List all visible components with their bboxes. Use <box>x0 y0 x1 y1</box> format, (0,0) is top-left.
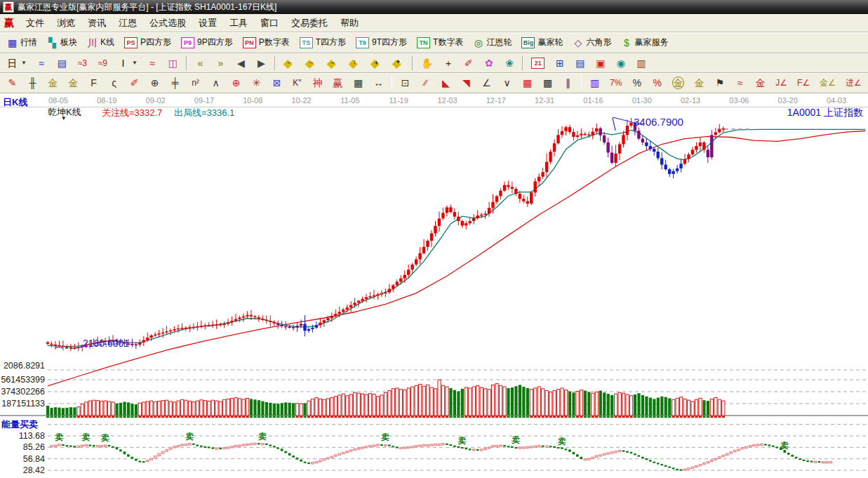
menu-gann[interactable]: 江恩 <box>112 16 143 29</box>
gann-diamond-plus[interactable]: ◆＋ <box>366 55 387 71</box>
circle-grid-tool[interactable]: ⊕ <box>145 75 164 91</box>
web-sync-button[interactable]: ◉ <box>611 55 630 71</box>
signal-strip-dash <box>384 416 387 418</box>
number-grid-tool[interactable]: ▦ <box>349 75 368 91</box>
gann-diamond-horizontal[interactable]: ◆↔ <box>323 55 343 71</box>
menu-file[interactable]: 文件 <box>20 16 51 29</box>
calendar-button[interactable]: 21 <box>527 55 549 71</box>
kline-type-dropdown[interactable]: 乾坤K线 ▼ <box>48 106 81 119</box>
candle-style-dropdown[interactable]: I▼ <box>114 55 142 71</box>
calculator-button[interactable]: ⊞ <box>550 55 569 71</box>
cycle-tool-teal[interactable]: ❀ <box>500 55 519 71</box>
gann-diamond-right[interactable]: ◆→ <box>301 55 321 71</box>
angle-line-tool[interactable]: ∠ <box>477 75 496 91</box>
drag-hand-tool[interactable]: ✋ <box>417 55 437 71</box>
gold-angle-tool[interactable]: 金∠ <box>815 75 840 91</box>
menu-help[interactable]: 帮助 <box>334 16 365 29</box>
v-line-tool[interactable]: ∨ <box>498 75 516 91</box>
dense-grid-tool[interactable]: ▦ <box>518 75 537 91</box>
signal-strip-dash <box>430 416 433 418</box>
draw-pen-tool[interactable]: ✎ <box>3 75 22 91</box>
span-arrows-tool[interactable]: ↔ <box>369 75 388 91</box>
gann-diamond-star[interactable]: ◆✦ <box>388 55 408 71</box>
hexagon-button[interactable]: ◇六角形 <box>568 34 615 51</box>
gold-levels-tool-2[interactable]: 金 <box>751 75 770 91</box>
cycle-tool-pink[interactable]: ✿ <box>479 55 498 71</box>
spiral-tool[interactable]: ς <box>105 75 123 91</box>
jin-angle-tool[interactable]: 进∠ <box>841 75 866 91</box>
overlay-curve-icon[interactable]: ≈ <box>32 55 51 71</box>
qiankun-curve-icon[interactable]: ≈ <box>143 55 162 71</box>
9t-square-button[interactable]: T99T四方形 <box>352 34 411 51</box>
gold-circle-tool[interactable]: 金 <box>668 74 688 91</box>
box-tool[interactable]: ⊡ <box>396 75 415 91</box>
fan-box-tool[interactable]: ◣ <box>436 75 455 91</box>
kline-button[interactable]: 川K线 <box>83 34 119 51</box>
sectors-button[interactable]: ▚板块 <box>43 34 81 51</box>
period-label[interactable]: 日K线 <box>3 96 27 109</box>
crosshair-tool[interactable]: ＋ <box>439 55 458 71</box>
j-angle-tool[interactable]: J∠ <box>771 75 792 91</box>
percent-tool[interactable]: % <box>627 75 646 91</box>
mirror-angle-tool[interactable]: ∧ <box>206 75 225 91</box>
k-mark-tool[interactable]: K″ <box>288 75 307 91</box>
hash-grid-tool[interactable]: ╪ <box>166 75 185 91</box>
candle-body <box>418 253 421 260</box>
menu-window[interactable]: 窗口 <box>254 16 285 29</box>
p-square-button[interactable]: PSP四方形 <box>120 34 175 51</box>
hatch-grid-tool[interactable]: ▩ <box>538 75 557 91</box>
gann-diamond-vertical[interactable]: ◆↕ <box>345 55 365 71</box>
print-button[interactable]: ▥ <box>632 55 650 71</box>
period-day-dropdown[interactable]: 日▼ <box>3 55 31 71</box>
draw-pen-tool-2[interactable]: ✐ <box>125 75 144 91</box>
save-button[interactable]: ▣ <box>591 55 610 71</box>
menu-settings[interactable]: 设置 <box>192 16 223 29</box>
shen-grid-tool[interactable]: 神 <box>308 75 327 91</box>
menu-browse[interactable]: 浏览 <box>51 16 81 29</box>
menu-formula-stockpick[interactable]: 公式选股 <box>143 16 192 29</box>
percent-line-tool[interactable]: % <box>648 75 667 91</box>
menu-tools[interactable]: 工具 <box>223 16 254 29</box>
gold-grid-tool-2[interactable]: 金 <box>64 75 83 91</box>
n-square-tool[interactable]: n² <box>186 75 205 91</box>
ma3-icon[interactable]: ≈3 <box>73 55 92 71</box>
t-number-table-button[interactable]: TNT数字表 <box>413 34 467 51</box>
menu-news[interactable]: 资讯 <box>81 16 112 29</box>
memo-button[interactable]: ▤ <box>570 55 589 71</box>
angle-measure-tool[interactable]: ✐ <box>459 55 478 71</box>
volume-style-icon[interactable]: ◫ <box>163 55 182 71</box>
prev-bar-button[interactable]: ◀ <box>232 55 251 71</box>
wave-band-tool[interactable]: ≈ <box>730 75 749 91</box>
chart-area[interactable]: 08-0508-1909-0209-1710-0810-2211-0511-19… <box>0 93 868 478</box>
kline-chart-canvas[interactable]: 08-0508-1909-0209-1710-0810-2211-0511-19… <box>0 93 868 478</box>
ma9-icon[interactable]: ≈9 <box>93 55 112 71</box>
fib-grid-tool[interactable]: F <box>84 75 103 91</box>
9p-square-button[interactable]: P99P四方形 <box>177 34 237 51</box>
price-bars-tool[interactable]: ▥ <box>585 75 604 91</box>
box-grid-tool[interactable]: ⊠ <box>267 75 286 91</box>
data-panel-icon[interactable]: ▤ <box>53 55 72 71</box>
p-number-table-button[interactable]: PNP数字表 <box>239 34 294 51</box>
target-circle-tool[interactable]: ⊕ <box>227 75 246 91</box>
parallel-lines-tool[interactable]: ∥ <box>559 75 577 91</box>
next-bar-button[interactable]: ▶ <box>252 55 271 71</box>
ray-fan-tool[interactable]: ✳ <box>247 75 266 91</box>
jump-first-button[interactable]: « <box>191 55 210 71</box>
win-grid-tool[interactable]: 赢 <box>328 75 347 91</box>
winner-wheel-button[interactable]: Big赢家轮 <box>517 34 567 51</box>
grid-tool[interactable]: ╫ <box>23 75 42 91</box>
flag-pen-tool[interactable]: ⚑ <box>710 75 729 91</box>
gann-diamond-left[interactable]: ◆← <box>279 55 300 71</box>
gold-levels-tool[interactable]: 金 <box>690 75 709 91</box>
gann-wheel-button[interactable]: ◎江恩轮 <box>469 34 516 51</box>
t-square-button[interactable]: TST四方形 <box>295 34 350 51</box>
fan-lines-tool[interactable]: ∕∕ <box>416 75 435 91</box>
fan-box-tool-2[interactable]: ◥ <box>457 75 476 91</box>
winner-service-button[interactable]: $赢家服务 <box>617 34 672 51</box>
menu-trade-order[interactable]: 交易委托 <box>285 16 334 29</box>
quotes-button[interactable]: ▦行情 <box>3 34 41 51</box>
gold-grid-tool[interactable]: 金 <box>44 75 62 91</box>
jump-last-button[interactable]: » <box>211 55 230 71</box>
percent7-tool[interactable]: 7% <box>606 75 626 91</box>
f-angle-tool[interactable]: F∠ <box>793 75 814 91</box>
